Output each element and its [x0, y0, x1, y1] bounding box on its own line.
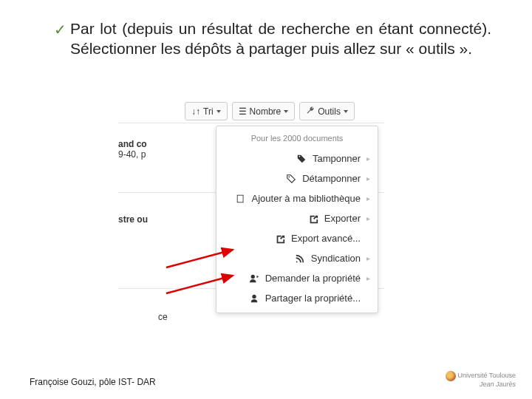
sort-icon: ↓↑ [191, 106, 200, 117]
tools-button[interactable]: Outils [299, 102, 355, 120]
chevron-down-icon [284, 110, 288, 113]
checkmark-icon: ✓ [54, 21, 66, 38]
menu-item-export-avance[interactable]: Export avancé... ▸ [216, 228, 378, 248]
chevron-down-icon [216, 110, 221, 113]
chevron-right-icon: ▸ [366, 174, 370, 183]
chevron-right-icon: ▸ [366, 254, 370, 262]
menu-item-detamponner[interactable]: Détamponner ▸ [216, 168, 378, 188]
tag-icon [296, 154, 307, 164]
user-share-icon [249, 293, 259, 304]
svg-point-3 [250, 274, 254, 278]
svg-rect-2 [237, 195, 242, 202]
tag-outline-icon [286, 174, 296, 184]
dropdown-header: Pour les 2000 documents [216, 131, 378, 149]
menu-item-syndication[interactable]: Syndication ▸ [216, 248, 378, 268]
fragment-text: and co 9-40, p [118, 139, 147, 160]
menu-item-exporter[interactable]: Exporter ▸ [216, 208, 378, 228]
menu-item-ajouter[interactable]: Ajouter à ma bibliothèque ▸ [216, 188, 378, 208]
sort-button[interactable]: ↓↑ Tri [185, 102, 228, 120]
chevron-right-icon: ▸ [366, 214, 370, 222]
menu-item-tamponner[interactable]: Tamponner ▸ [216, 149, 378, 168]
list-icon: ☰ [239, 106, 247, 117]
wrench-icon [306, 106, 315, 117]
rss-icon [295, 253, 305, 264]
footer-author: Françoise Gouzi, pôle IST- DAR [30, 377, 156, 387]
export-icon [275, 233, 285, 244]
university-logo: Université Toulouse Jean Jaurès [446, 371, 516, 389]
menu-item-demander[interactable]: Demander la propriété ▸ [216, 268, 378, 288]
bullet-text: Par lot (depuis un résultat de recherche… [70, 19, 491, 59]
chevron-right-icon: ▸ [366, 274, 370, 282]
chevron-down-icon [344, 110, 348, 113]
user-request-icon [249, 273, 259, 284]
chevron-right-icon: ▸ [366, 194, 370, 202]
book-icon [236, 194, 246, 204]
menu-item-partager[interactable]: Partager la propriété... ▸ [216, 288, 378, 308]
fragment-text: stre ou [118, 214, 148, 225]
toolbar: ↓↑ Tri ☰ Nombre Outils [185, 102, 355, 120]
number-button[interactable]: ☰ Nombre [232, 102, 296, 120]
tools-dropdown: Pour les 2000 documents Tamponner ▸ Déta… [216, 126, 378, 313]
svg-point-0 [289, 176, 290, 177]
chevron-right-icon: ▸ [366, 154, 370, 163]
fragment-text: ce [158, 312, 168, 322]
export-icon [308, 214, 318, 224]
svg-point-4 [252, 294, 256, 298]
